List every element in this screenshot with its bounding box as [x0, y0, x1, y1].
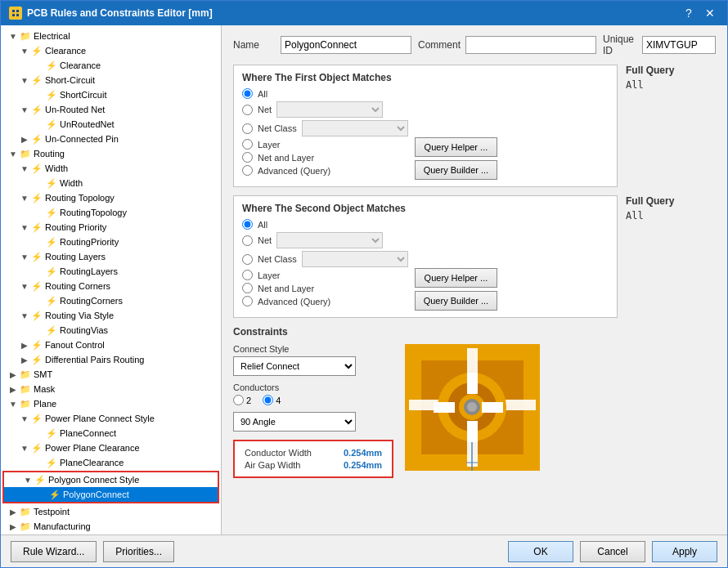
first-query-builder-button[interactable]: Query Builder ... — [415, 160, 497, 180]
second-fullquery-label: Full Query — [626, 195, 716, 207]
second-query-builder-button[interactable]: Query Builder ... — [415, 291, 497, 311]
first-netlayer-radio[interactable] — [242, 152, 253, 163]
close-button[interactable]: ✕ — [701, 5, 719, 21]
second-netclass-row: Net Class — [242, 251, 408, 267]
tree-item-unrouted-group[interactable]: ▼ ⚡ Un-Routed Net — [1, 102, 221, 117]
leaf-icon: ⚡ — [45, 59, 58, 72]
tree-item-fanout-group[interactable]: ▶ ⚡ Fanout Control — [1, 338, 221, 352]
tree-item-routinglayers-group[interactable]: ▼ ⚡ Routing Layers — [1, 249, 221, 264]
tree-item-smt[interactable]: ▶ 📁 SMT — [1, 367, 221, 382]
second-netlayer-radio[interactable] — [242, 283, 253, 293]
first-all-label: All — [258, 89, 267, 99]
cancel-button[interactable]: Cancel — [580, 541, 645, 562]
tree-item-routingcorners-group[interactable]: ▼ ⚡ Routing Corners — [1, 279, 221, 293]
svg-point-13 — [467, 402, 477, 412]
tree-item-shortcircuit-group[interactable]: ▼ ⚡ Short-Circuit — [1, 73, 221, 87]
connect-style-select[interactable]: Relief Connect Direct Connect No Connect — [233, 356, 356, 376]
tree-item-powerplaneclear-group[interactable]: ▼ ⚡ Power Plane Clearance — [1, 441, 221, 455]
second-net-select[interactable] — [276, 232, 383, 248]
conductor-2-radio[interactable] — [233, 395, 244, 405]
expand-icon: ▶ — [7, 506, 19, 517]
expand-icon: ▼ — [19, 413, 30, 424]
first-net-radio[interactable] — [242, 105, 253, 115]
second-net-row: Net — [242, 232, 408, 248]
tree-item-routingtopo-rule[interactable]: ⚡ RoutingTopology — [1, 205, 221, 220]
constraints-section: Constraints Connect Style Relief Connect… — [233, 326, 716, 478]
tree-item-routingvias-rule[interactable]: ⚡ RoutingVias — [1, 323, 221, 338]
tree-item-diffpairs-group[interactable]: ▶ ⚡ Differential Pairs Routing — [1, 352, 221, 367]
priorities-button[interactable]: Priorities... — [103, 541, 174, 562]
leaf-icon: ⚡ — [45, 265, 58, 278]
tree-item-routingpri-group[interactable]: ▼ ⚡ Routing Priority — [1, 220, 221, 235]
second-netclass-label: Net Class — [258, 254, 297, 264]
tree-item-routingcorners-rule[interactable]: ⚡ RoutingCorners — [1, 293, 221, 308]
name-input[interactable] — [281, 36, 411, 54]
second-layer-radio[interactable] — [242, 270, 253, 280]
expand-icon: ▶ — [19, 133, 30, 145]
tree-item-routingvias-group[interactable]: ▼ ⚡ Routing Via Style — [1, 308, 221, 323]
rule-icon: ⚡ — [30, 132, 43, 145]
conductor-4-radio[interactable] — [263, 395, 273, 405]
tree-item-planeconnect-rule[interactable]: ⚡ PlaneConnect — [1, 426, 221, 441]
uid-input[interactable] — [642, 36, 716, 54]
first-netclass-select[interactable] — [302, 120, 408, 136]
tree-item-routingpri-rule[interactable]: ⚡ RoutingPriority — [1, 235, 221, 249]
tree-item-electrical[interactable]: ▼ 📁 Electrical — [1, 29, 221, 43]
tree-item-clearance-rule[interactable]: ⚡ Clearance — [1, 58, 221, 73]
first-net-select[interactable] — [276, 101, 383, 118]
tree-item-plane[interactable]: ▼ 📁 Plane — [1, 396, 221, 411]
first-advanced-radio[interactable] — [242, 165, 253, 176]
tree-item-planeclearance-rule[interactable]: ⚡ PlaneClearance — [1, 455, 221, 470]
tree-item-mask[interactable]: ▶ 📁 Mask — [1, 382, 221, 396]
apply-button[interactable]: Apply — [652, 541, 717, 562]
rule-wizard-button[interactable]: Rule Wizard... — [11, 541, 97, 562]
second-advanced-radio[interactable] — [242, 296, 253, 306]
expand-icon: ▶ — [7, 383, 19, 395]
tree-item-manufacturing[interactable]: ▶ 📁 Manufacturing — [1, 519, 221, 534]
tree-item-testpoint[interactable]: ▶ 📁 Testpoint — [1, 504, 221, 519]
tree-item-polygonconnect-group[interactable]: ▼ ⚡ Polygon Connect Style — [4, 472, 218, 487]
first-layer-radio[interactable] — [242, 139, 253, 150]
first-netclass-radio[interactable] — [242, 123, 253, 134]
tree-item-powerplane-group[interactable]: ▼ ⚡ Power Plane Connect Style — [1, 411, 221, 426]
tree-item-clearance-group[interactable]: ▼ ⚡ Clearance — [1, 43, 221, 58]
tree-item-routing[interactable]: ▼ 📁 Routing — [1, 146, 221, 161]
first-netlayer-row: Net and Layer — [242, 152, 408, 163]
tree-item-width-rule[interactable]: ⚡ Width — [1, 176, 221, 190]
tree-item-polygonconnect-rule[interactable]: ⚡ PolygonConnect — [4, 487, 218, 502]
tree-item-routinglayers-rule[interactable]: ⚡ RoutingLayers — [1, 264, 221, 279]
second-all-radio[interactable] — [242, 219, 253, 230]
second-netclass-radio[interactable] — [242, 254, 253, 265]
constraints-title: Constraints — [233, 326, 716, 338]
air-gap-value: 0.254mm — [344, 460, 382, 470]
second-netclass-select[interactable] — [302, 251, 408, 267]
angle-select[interactable]: 90 Angle 45 Angle — [233, 412, 356, 432]
folder-icon: 📁 — [19, 382, 32, 396]
titlebar: PCB Rules and Constraints Editor [mm] ? … — [1, 1, 727, 25]
second-query-helper-button[interactable]: Query Helper ... — [415, 268, 497, 288]
expand-icon: ▼ — [19, 163, 30, 174]
second-advanced-row: Advanced (Query) — [242, 296, 408, 306]
first-query-helper-button[interactable]: Query Helper ... — [415, 137, 497, 157]
comment-input[interactable] — [465, 36, 596, 54]
leaf-icon: ⚡ — [45, 427, 58, 440]
first-object-section: Where The First Object Matches All Net — [233, 65, 618, 187]
first-layer-row: Layer — [242, 139, 408, 150]
ok-button[interactable]: OK — [508, 541, 573, 562]
first-all-radio[interactable] — [242, 88, 253, 99]
expand-icon — [34, 295, 45, 306]
rule-icon: ⚡ — [30, 103, 43, 116]
bottom-bar: Rule Wizard... Priorities... OK Cancel A… — [1, 534, 727, 567]
svg-rect-0 — [11, 8, 20, 18]
tree-item-unconnected-group[interactable]: ▶ ⚡ Un-Connected Pin — [1, 132, 221, 146]
first-netclass-row: Net Class — [242, 120, 408, 136]
folder-icon: 📁 — [19, 397, 32, 410]
help-button[interactable]: ? — [680, 5, 698, 21]
tree-item-shortcircuit-rule[interactable]: ⚡ ShortCircuit — [1, 87, 221, 102]
second-net-label: Net — [258, 235, 272, 245]
svg-rect-4 — [16, 14, 19, 16]
tree-item-unroutednet-rule[interactable]: ⚡ UnRoutedNet — [1, 117, 221, 132]
second-net-radio[interactable] — [242, 235, 253, 246]
tree-item-routingtopo-group[interactable]: ▼ ⚡ Routing Topology — [1, 190, 221, 205]
tree-item-width-group[interactable]: ▼ ⚡ Width — [1, 161, 221, 176]
